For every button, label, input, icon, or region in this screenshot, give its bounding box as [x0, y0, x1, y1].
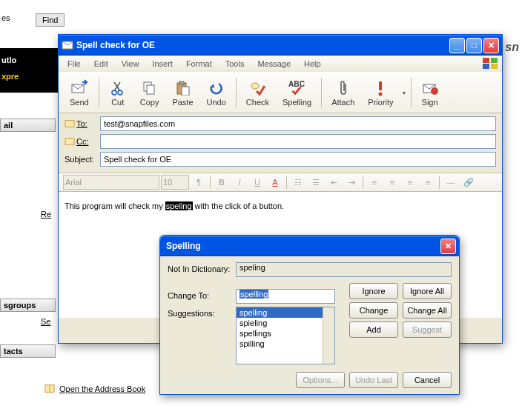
menu-file[interactable]: File	[62, 58, 87, 70]
menu-format[interactable]: Format	[180, 58, 218, 70]
underline-button[interactable]: U	[249, 174, 265, 190]
cancel-button[interactable]: Cancel	[403, 372, 452, 388]
addressbook-icon	[44, 384, 55, 394]
svg-text:ABC: ABC	[288, 81, 305, 88]
scrollbar[interactable]	[323, 307, 334, 364]
italic-button[interactable]: I	[231, 174, 248, 190]
spelling-button[interactable]: ABCSpelling	[276, 77, 318, 109]
close-button[interactable]: ✕	[483, 38, 499, 53]
attach-button[interactable]: Attach	[325, 77, 361, 109]
priority-button[interactable]: Priority	[361, 77, 400, 109]
hr-button[interactable]: —	[443, 174, 459, 190]
subject-label: Subject:	[65, 155, 100, 164]
msn-logo-fragment: sn	[505, 41, 519, 54]
cut-button[interactable]: Cut	[102, 77, 133, 109]
suggestions-label: Suggestions:	[168, 307, 236, 318]
body-text: This program will check my	[65, 201, 165, 210]
svg-point-17	[379, 92, 383, 96]
svg-rect-20	[65, 121, 74, 127]
toolbar: Send Cut Copy Paste Undo Check ABCSpelli…	[59, 72, 502, 113]
suggestions-listbox[interactable]: spelling spieling spellings spilling	[236, 307, 335, 364]
outdent-button[interactable]: ⇤	[326, 174, 342, 190]
undolast-button[interactable]: Undo Last	[349, 372, 398, 388]
paragraph-style-button[interactable]: ¶	[191, 174, 207, 190]
add-button[interactable]: Add	[349, 321, 398, 338]
align-center-button[interactable]: ≡	[384, 174, 400, 190]
svg-rect-11	[147, 85, 154, 94]
outlook-logo: utloxpre	[0, 48, 58, 93]
titlebar[interactable]: Spell check for OE _ □ ✕	[59, 35, 502, 56]
format-toolbar: ¶ B I U A ☷ ☰ ⇤ ⇥ ≡ ≡ ≡ ≡ — 🔗	[59, 173, 502, 192]
font-color-button[interactable]: A	[267, 174, 283, 190]
suggestion-item[interactable]: spieling	[237, 318, 334, 328]
notindict-label: Not In Dictionary:	[168, 262, 236, 273]
changeto-field[interactable]: spelling	[236, 289, 335, 304]
suggestion-item[interactable]: spelling	[237, 307, 334, 318]
bullet-list-button[interactable]: ☰	[308, 174, 324, 190]
check-button[interactable]: Check	[239, 77, 276, 109]
bg-menu-item[interactable]: es	[1, 13, 10, 22]
dialog-titlebar[interactable]: Spelling ✕	[160, 236, 459, 256]
maximize-button[interactable]: □	[466, 38, 482, 53]
svg-rect-6	[491, 64, 498, 69]
svg-point-19	[431, 87, 438, 95]
sidebar-header-mail: ail	[0, 119, 56, 132]
open-addressbook-link[interactable]: Open the Address Book	[59, 384, 145, 393]
to-field[interactable]	[100, 116, 496, 131]
body-text: with the click of a button.	[193, 201, 285, 210]
align-left-button[interactable]: ≡	[366, 174, 383, 190]
menu-edit[interactable]: Edit	[88, 58, 114, 70]
bg-link[interactable]: Se	[41, 317, 50, 326]
change-button[interactable]: Change	[349, 302, 398, 319]
notindict-field: speling	[236, 262, 452, 277]
indent-button[interactable]: ⇥	[343, 174, 360, 190]
svg-rect-14	[182, 87, 189, 96]
font-size-select[interactable]	[161, 175, 189, 190]
suggest-button[interactable]: Suggest	[403, 321, 452, 338]
suggestion-item[interactable]: spilling	[237, 339, 334, 349]
svg-rect-21	[65, 139, 74, 145]
options-button[interactable]: Options...	[296, 372, 345, 388]
svg-point-15	[251, 83, 259, 89]
paste-button[interactable]: Paste	[165, 77, 199, 109]
sidebar-header-contacts: tacts	[0, 344, 56, 358]
menu-message[interactable]: Message	[251, 58, 297, 70]
sidebar-header-newsgroups: sgroups	[0, 299, 56, 312]
bold-button[interactable]: B	[214, 174, 230, 190]
menu-insert[interactable]: Insert	[146, 58, 179, 70]
suggestion-item[interactable]: spellings	[237, 328, 334, 339]
svg-rect-3	[483, 58, 489, 63]
undo-button[interactable]: Undo	[200, 77, 233, 109]
bg-link[interactable]: Re	[41, 210, 51, 219]
window-title: Spell check for OE	[76, 40, 449, 50]
svg-rect-4	[491, 58, 498, 63]
number-list-button[interactable]: ☷	[290, 174, 306, 190]
minimize-button[interactable]: _	[449, 38, 465, 53]
menu-view[interactable]: View	[116, 58, 145, 70]
misspelled-word: speling	[165, 201, 193, 210]
to-label[interactable]: To:	[65, 119, 100, 128]
sign-button[interactable]: Sign	[414, 77, 446, 109]
justify-button[interactable]: ≡	[420, 174, 436, 190]
svg-rect-13	[179, 81, 184, 84]
dialog-close-button[interactable]: ✕	[440, 239, 456, 254]
changeall-button[interactable]: Change All	[403, 302, 452, 319]
priority-dropdown[interactable]: ▾	[400, 78, 408, 107]
changeto-label: Change To:	[168, 289, 236, 300]
bg-find-menu[interactable]: Find	[36, 13, 65, 27]
menu-tools[interactable]: Tools	[219, 58, 251, 70]
ignoreall-button[interactable]: Ignore All	[403, 283, 452, 299]
ignore-button[interactable]: Ignore	[349, 283, 398, 299]
cc-label[interactable]: Cc:	[65, 137, 100, 146]
link-button[interactable]: 🔗	[460, 174, 477, 190]
menubar: File Edit View Insert Format Tools Messa…	[59, 56, 502, 72]
dialog-title: Spelling	[163, 241, 440, 251]
message-headers: To: Cc: Subject:	[59, 113, 502, 173]
send-button[interactable]: Send	[63, 77, 96, 109]
align-right-button[interactable]: ≡	[402, 174, 418, 190]
cc-field[interactable]	[100, 134, 496, 149]
menu-help[interactable]: Help	[298, 58, 327, 70]
subject-field[interactable]	[100, 152, 496, 167]
copy-button[interactable]: Copy	[133, 77, 166, 109]
font-name-select[interactable]	[63, 175, 159, 190]
